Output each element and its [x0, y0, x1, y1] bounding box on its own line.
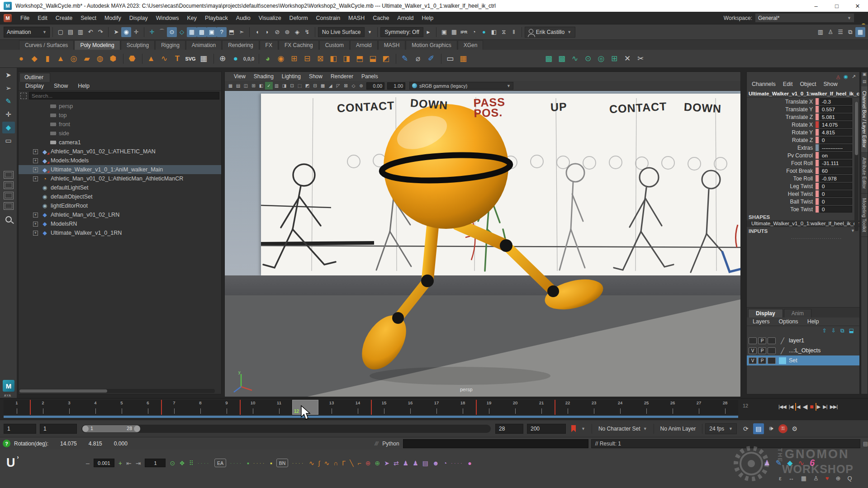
frame-cell-28[interactable]: 28 — [712, 400, 738, 415]
outliner-item-athletic-man-v01-02-lrn[interactable]: +◆Athletic_Man_v01_02_LRN — [19, 210, 221, 219]
frame-cell-1[interactable]: 1 — [4, 400, 30, 415]
super-shape-icon[interactable]: ⬣ — [126, 53, 138, 65]
platonic-solid-icon[interactable]: ⬢ — [107, 53, 119, 65]
frame-cell-10[interactable]: 10 — [240, 400, 266, 415]
exposure-field[interactable]: 0.00 — [366, 82, 384, 90]
channel-box-toggle-icon[interactable]: ☰ — [835, 27, 845, 37]
outliner-item-lighteditorroot[interactable]: ◉lightEditorRoot — [19, 201, 221, 210]
poly-plane-icon[interactable]: ▰ — [81, 53, 93, 65]
layout-preset-icon[interactable] — [4, 181, 14, 189]
minimize-button[interactable]: – — [806, 0, 826, 12]
viewport-toolbar-icon[interactable]: ⊟ — [311, 82, 319, 90]
channel-value-field[interactable]: 0 — [820, 198, 852, 205]
channel-row-leg-twist[interactable]: Leg Twist0 — [747, 182, 859, 190]
playback-start-field[interactable]: 1 — [40, 424, 77, 434]
lock-selection-icon[interactable]: ⬒ — [227, 27, 237, 37]
ease-curve-icon[interactable]: ∿ — [309, 460, 314, 467]
viewport-menu-panels[interactable]: Panels — [358, 73, 382, 80]
attribute-editor-toggle-icon[interactable]: ⧉ — [845, 27, 855, 37]
undo-icon[interactable]: ↶ — [85, 27, 95, 37]
quad-draw-icon[interactable]: ● — [230, 53, 242, 65]
viewport-scene[interactable]: CONTACTDOWNPASS POS.UPCONTACTDOWN y pers… — [225, 91, 740, 397]
layout-preset-icon[interactable] — [4, 171, 14, 179]
speed-state-icon[interactable]: ◉ — [844, 74, 848, 80]
bn-button[interactable]: BN — [276, 459, 288, 467]
layer-row--l-objects[interactable]: VP╱...:L_Objects — [747, 346, 859, 355]
arc-curve-icon[interactable]: ∩ — [333, 460, 338, 467]
viewport-menu-view[interactable]: View — [230, 73, 249, 80]
channel-value-field[interactable]: on — [820, 152, 852, 159]
layer-display-toggle[interactable] — [768, 337, 776, 344]
gamma-field[interactable]: 1.00 — [387, 82, 405, 90]
expand-icon[interactable]: + — [33, 222, 38, 227]
layer-visibility-toggle[interactable] — [749, 337, 757, 344]
shape-node-item[interactable]: Ultimate_Walker_v1_0_1:walker_lf_heel_ik… — [747, 220, 859, 227]
layer-color-swatch[interactable] — [779, 357, 786, 364]
outliner-item-modelsrn[interactable]: +◆ModelsRN — [19, 219, 221, 228]
cut-uv-icon[interactable]: ✂ — [635, 53, 646, 65]
shelf-tab-sculpting[interactable]: Sculpting — [121, 40, 155, 50]
uv-layout-icon[interactable]: ⊙ — [582, 53, 594, 65]
uv-snapshot-icon[interactable]: ▩ — [543, 53, 555, 65]
snap-curve-icon[interactable]: ⌒ — [157, 27, 167, 37]
cyan-diamond-icon[interactable]: ◆ — [787, 459, 792, 467]
viewport-toolbar-icon[interactable]: ◸ — [334, 82, 342, 90]
extrude-icon[interactable]: ◧ — [327, 53, 339, 65]
outliner-menu-display[interactable]: Display — [21, 83, 48, 89]
timing-icon[interactable]: ◔ — [443, 460, 447, 467]
menu-deform[interactable]: Deform — [285, 15, 312, 21]
layer-visibility-toggle[interactable]: V — [749, 347, 757, 354]
viewport-toolbar-icon[interactable]: ◫ — [242, 82, 250, 90]
menu-windows[interactable]: Windows — [152, 15, 183, 21]
channel-row-extras[interactable]: Extras------------ — [747, 144, 859, 152]
layer-tab-display[interactable]: Display — [748, 309, 783, 317]
go-to-end-button[interactable]: ▶▶| — [830, 403, 838, 411]
poly-cone-icon[interactable]: ▲ — [55, 53, 66, 65]
view-transform-dropdown[interactable]: sRGB gamma (legacy) ▼ — [409, 82, 513, 90]
highlight-selection-icon[interactable]: ➣ — [237, 27, 247, 37]
range-end-handle[interactable] — [134, 426, 140, 432]
user-account-dropdown[interactable]: Erik Castillo ▼ — [525, 27, 575, 38]
layer-playback-toggle[interactable]: P — [758, 357, 766, 364]
input-operations-icon[interactable]: ◖ — [252, 27, 262, 37]
shelf-tab-rendering[interactable]: Rendering — [222, 40, 259, 50]
construction-history-icon[interactable]: ⊘ — [272, 27, 282, 37]
layer-menu-help[interactable]: Help — [803, 318, 823, 325]
channel-value-field[interactable]: 14.075 — [820, 121, 852, 128]
hold-curve-icon[interactable]: ⌐ — [357, 460, 361, 467]
layer-playback-toggle[interactable]: P — [758, 347, 766, 354]
channel-value-field[interactable]: 0 — [820, 183, 852, 190]
playhead[interactable]: 12 — [292, 400, 318, 415]
project-curve-icon[interactable]: ◕ — [262, 53, 274, 65]
chevron-down-icon[interactable]: ▼ — [365, 27, 375, 37]
shelf-tab-fx[interactable]: FX — [260, 40, 278, 50]
channel-row-toe-twist[interactable]: Toe Twist0 — [747, 205, 859, 213]
pink-ball-icon[interactable]: ● — [468, 460, 471, 467]
frame-icon[interactable]: ▭ — [444, 53, 456, 65]
output-operations-icon[interactable]: ◗ — [262, 27, 272, 37]
outliner-item-ultimate-walker-v1-0-1rn[interactable]: +◆Ultimate_Walker_v1_0_1RN — [19, 228, 221, 237]
frame-cell-2[interactable]: 2 — [30, 400, 56, 415]
selection-mask-icon[interactable]: ◈ — [292, 27, 302, 37]
anim-layer-dropdown[interactable]: No Anim Layer — [657, 423, 700, 434]
snap-grid-icon[interactable]: ✛ — [147, 27, 157, 37]
outliner-item-persp[interactable]: persp — [19, 102, 221, 111]
move-tool-icon[interactable]: ✛ — [2, 109, 15, 120]
open-render-view-icon[interactable]: ▣ — [439, 27, 449, 37]
viewport-toolbar-icon[interactable]: ◩ — [304, 82, 311, 90]
multi-object-icon[interactable]: ◉ — [275, 53, 287, 65]
workspace-dropdown[interactable]: General*▼ — [755, 13, 854, 23]
poly-sphere-icon[interactable]: ● — [15, 53, 27, 65]
render-setup-icon[interactable]: ● — [479, 27, 489, 37]
pen-tool-icon[interactable]: ✐ — [425, 53, 437, 65]
lattice-icon[interactable]: ▦ — [457, 53, 469, 65]
shelf-tab-arnold[interactable]: Arnold — [350, 40, 378, 50]
channelbox-menu-object[interactable]: Object — [797, 81, 819, 90]
frame-cell-15[interactable]: 15 — [371, 400, 397, 415]
maximize-button[interactable]: □ — [826, 0, 847, 12]
select-tool-icon[interactable]: ➤ — [111, 27, 121, 37]
menuset-dropdown[interactable]: Animation▼ — [4, 27, 50, 38]
frame-cell-7[interactable]: 7 — [161, 400, 187, 415]
frame-cell-16[interactable]: 16 — [397, 400, 423, 415]
layer-playback-toggle[interactable]: P — [758, 337, 766, 344]
